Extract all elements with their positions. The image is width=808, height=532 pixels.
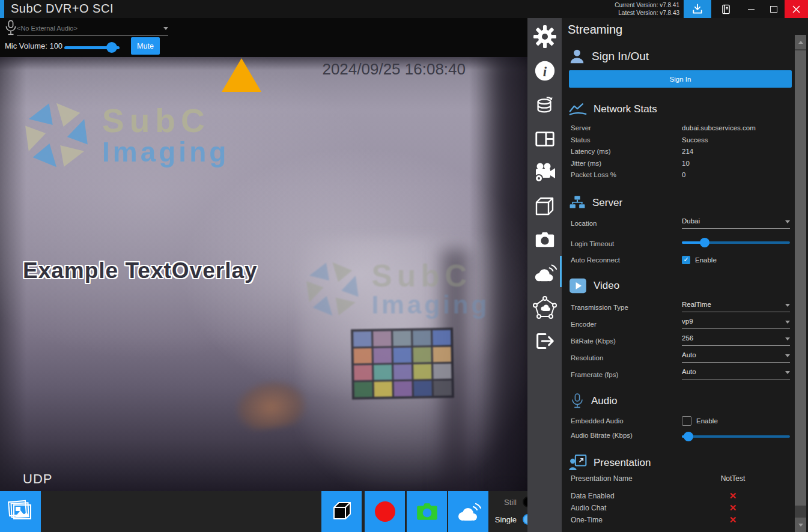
panel-scrollbar[interactable]: [795, 35, 806, 532]
slider-thumb[interactable]: [106, 42, 117, 53]
location-dropdown[interactable]: Dubai: [682, 217, 790, 229]
chevron-down-icon: [785, 354, 790, 357]
embedded-audio-checkbox[interactable]: [682, 416, 691, 426]
color-checker-cell: [354, 365, 372, 381]
audio-bitrate-slider[interactable]: [682, 432, 790, 441]
sidebar-tab-layout[interactable]: [527, 123, 562, 154]
record-button[interactable]: [365, 491, 405, 532]
sidebar-tab-snapshot[interactable]: [527, 224, 562, 255]
maximize-icon: [770, 6, 777, 13]
aperture-logo-icon: [22, 100, 91, 170]
bitrate-dropdown[interactable]: 256: [682, 334, 790, 346]
slider-thumb[interactable]: [700, 238, 709, 247]
sidebar-tab-info[interactable]: i: [527, 55, 562, 86]
transmission-dropdown[interactable]: RealTime: [682, 301, 790, 312]
timestamp-overlay: 2024/09/25 16:08:40: [322, 60, 466, 79]
latest-version: Latest Version: v7.8.43: [615, 9, 679, 17]
x-icon: ✕: [679, 491, 787, 501]
network-stats-header: Network Stats: [569, 102, 657, 116]
x-icon: ✕: [679, 503, 787, 513]
auto-reconnect-checkbox[interactable]: ✓: [682, 256, 690, 264]
exit-icon: [533, 330, 557, 352]
stat-row: Packet Loss % 0: [571, 170, 794, 179]
transmission-label: Transmission Type: [571, 304, 682, 311]
stat-value: 214: [682, 148, 693, 155]
scroll-down-button[interactable]: [795, 518, 806, 532]
cube-3d-icon: [329, 498, 355, 525]
maximize-button[interactable]: [762, 0, 785, 18]
encoder-dropdown[interactable]: vp9: [682, 318, 790, 329]
sidebar-tab-video-settings[interactable]: [527, 157, 562, 188]
video-feed[interactable]: SubC Imaging 2024/09/25 16:08:40 SubC: [0, 57, 527, 491]
framerate-label: Framerate (fps): [571, 371, 682, 378]
watermark-text: Imaging: [371, 291, 490, 318]
minimize-button[interactable]: [740, 0, 762, 18]
cloud-stream-button[interactable]: [448, 491, 488, 532]
bitrate-value: 256: [682, 334, 693, 342]
sidebar-tab-3d-view[interactable]: [527, 191, 562, 222]
presentation-name-row: Presentation Name NotTest: [571, 474, 794, 483]
stat-row: Jitter (ms) 10: [571, 159, 794, 168]
microphone-icon: [5, 20, 17, 36]
login-timeout-slider[interactable]: [682, 238, 790, 247]
sidebar-tab-streaming[interactable]: [527, 257, 562, 288]
single-toggle[interactable]: [523, 514, 527, 525]
camera-icon: [414, 499, 440, 524]
color-checker-cell: [413, 347, 431, 363]
server-network-icon: [569, 195, 586, 211]
cloud-signal-icon: [455, 500, 482, 523]
stat-row: Status Success: [571, 135, 794, 144]
color-checker-cell: [393, 331, 411, 346]
sidebar-tab-network[interactable]: [527, 292, 562, 323]
still-toggle[interactable]: [523, 497, 527, 507]
sidebar: i: [527, 18, 562, 532]
mute-button[interactable]: Mute: [131, 37, 160, 55]
audio-chat-row: Audio Chat ✕: [571, 503, 794, 512]
chevron-down-icon: [785, 321, 790, 324]
app-title: SubC DVR+O SCI: [11, 2, 114, 16]
audio-device-dropdown[interactable]: <No External Audio>: [17, 22, 168, 35]
still-toggle-row: Still: [494, 496, 527, 508]
framerate-dropdown[interactable]: Auto: [682, 368, 790, 379]
color-checker-cell: [354, 382, 372, 397]
3d-mode-button[interactable]: [321, 491, 362, 532]
warning-triangle-icon: [222, 58, 261, 92]
close-button[interactable]: [785, 0, 808, 18]
sign-in-button[interactable]: Sign In: [569, 70, 792, 88]
scroll-up-button[interactable]: [795, 35, 806, 49]
gallery-button[interactable]: [0, 491, 41, 532]
color-checker-cell: [374, 348, 392, 363]
sidebar-tab-storage[interactable]: [527, 89, 562, 120]
stat-label: Status: [571, 136, 682, 144]
mic-volume-label: Mic Volume: 100: [5, 41, 62, 50]
sidebar-tab-settings[interactable]: [527, 21, 562, 52]
resolution-dropdown[interactable]: Auto: [682, 351, 790, 363]
download-update-button[interactable]: [684, 0, 711, 18]
bottom-toolbar: Still Single: [0, 491, 527, 532]
presentation-title: Presentation: [594, 457, 651, 469]
slider-thumb[interactable]: [684, 432, 693, 441]
snapshot-button[interactable]: [407, 491, 447, 532]
scene-dark-edge: [491, 57, 527, 491]
streaming-panel: Streaming Sign In/Out Sign In Network St…: [562, 18, 808, 532]
manual-button[interactable]: [712, 0, 739, 18]
chevron-down-icon: [163, 27, 168, 30]
color-checker-cell: [393, 348, 412, 363]
scrollbar-thumb[interactable]: [795, 50, 806, 506]
embedded-audio-row: Embedded Audio Enable: [571, 416, 794, 425]
version-info: Current Version: v7.8.41 Latest Version:…: [615, 1, 679, 17]
audio-bar: <No External Audio> Mic Volume: 100 Mute: [0, 18, 527, 57]
mic-volume-slider[interactable]: [64, 42, 120, 53]
book-icon: [720, 4, 732, 15]
layout-icon: [533, 127, 556, 150]
sidebar-tab-exit[interactable]: [527, 325, 562, 357]
transmission-value: RealTime: [682, 301, 711, 308]
one-time-label: One-Time: [571, 516, 682, 524]
color-checker-cell: [353, 331, 371, 347]
line-chart-icon: [569, 102, 587, 116]
scene-rock: [232, 376, 309, 433]
video-title: Video: [594, 280, 619, 292]
color-checker-cell: [413, 364, 431, 379]
scene-watermark: SubC Imaging: [303, 260, 490, 318]
stat-label: Server: [571, 124, 682, 131]
